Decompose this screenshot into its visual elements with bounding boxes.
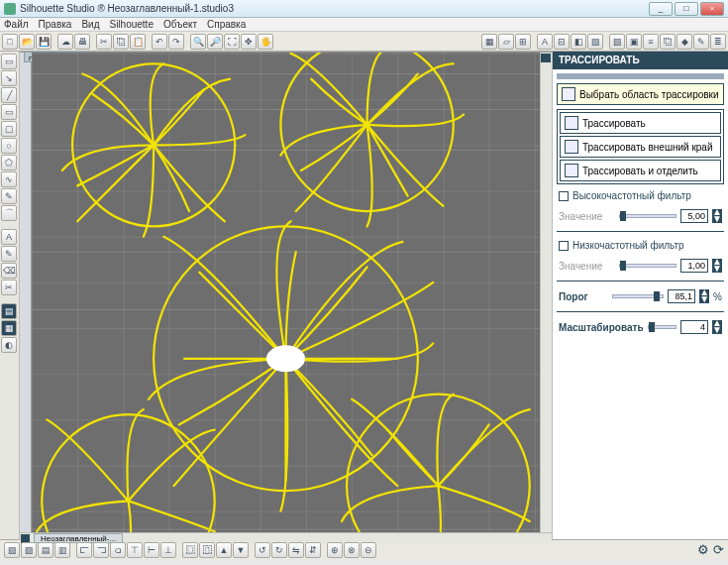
scroll-corner-top[interactable] [542,54,551,62]
send-to-button[interactable]: ✎ [693,34,709,50]
align-middle-button[interactable]: ⊢ [144,542,159,558]
flip-h-button[interactable]: ⇋ [288,542,304,558]
threshold-input[interactable]: 85,1 [668,289,695,303]
fill-color-button[interactable]: ◧ [571,34,586,50]
open-button[interactable]: 📂 [19,34,35,50]
print-button[interactable]: 🖶 [74,34,90,50]
select-tool[interactable]: ▭ [1,54,17,69]
rectangle-tool[interactable]: ▭ [1,104,17,120]
front-button[interactable]: ▲ [216,542,232,558]
ungroup-button[interactable]: ⿵ [199,542,215,558]
menu-silhouette[interactable]: Silhouette [109,19,153,30]
zoom-in-button[interactable]: 🔍 [190,34,206,50]
eraser-tool[interactable]: ⌫ [1,263,17,279]
eyedropper-tool[interactable]: ◐ [1,337,17,353]
ellipse-tool[interactable]: ○ [1,138,17,154]
scale-spinner[interactable]: ▲▼ [712,320,722,334]
arc-tool[interactable]: ⌒ [1,205,17,221]
align-center-button[interactable]: ⫎ [93,542,109,558]
subtract-button[interactable]: ⊖ [361,542,376,558]
zoom-out-button[interactable]: 🔎 [207,34,223,50]
cut-button[interactable]: ✂ [96,34,112,50]
trace-button[interactable]: Трассировать [560,112,721,134]
text-style-button[interactable]: A [537,34,553,50]
reg-marks-button[interactable]: ⊞ [515,34,531,50]
swatch-2-button[interactable]: ▨ [21,542,37,558]
tools-palette: ▭ ↘ ╱ ▭ ▢ ○ ⬠ ∿ ✎ ⌒ A ✎ ⌫ ✂ ▤ ▦ ◐ [0,52,20,539]
design-canvas[interactable] [32,53,540,532]
library-button[interactable]: ≣ [710,34,726,50]
low-pass-spinner[interactable]: ▲▼ [712,259,722,273]
note-tool[interactable]: ✎ [1,246,17,262]
high-pass-spinner[interactable]: ▲▼ [712,209,722,223]
rotate-left-button[interactable]: ↺ [255,542,270,558]
low-pass-input[interactable]: 1,00 [680,259,708,273]
settings-gear-icon[interactable]: ⚙ ⟳ [697,542,724,557]
menu-help[interactable]: Справка [207,19,246,30]
swatch-3-button[interactable]: ▤ [38,542,53,558]
modify-button[interactable]: ◆ [676,34,692,50]
edit-points-tool[interactable]: ↘ [1,70,17,86]
high-pass-checkbox[interactable] [559,191,569,201]
paste-button[interactable]: 📋 [130,34,146,50]
high-pass-slider[interactable] [619,214,677,218]
undo-button[interactable]: ↶ [152,34,167,50]
close-button[interactable]: × [700,2,724,16]
align-right-button[interactable]: ⫏ [110,542,126,558]
align-left-button[interactable]: ⫍ [76,542,92,558]
scrollbar-vertical[interactable] [540,53,552,532]
weld-button[interactable]: ⊕ [327,542,343,558]
menu-view[interactable]: Вид [81,19,99,30]
threshold-slider[interactable] [612,294,664,298]
maximize-button[interactable]: □ [675,2,698,16]
low-pass-checkbox[interactable] [559,241,569,251]
threshold-row: Порог 85,1 ▲▼ % [557,287,724,305]
menu-object[interactable]: Объект [163,19,197,30]
high-pass-input[interactable]: 5,00 [680,209,708,223]
threshold-spinner[interactable]: ▲▼ [699,289,709,303]
menu-edit[interactable]: Правка [39,19,72,30]
trace-outer-edge-button[interactable]: Трассировать внешний край [560,136,721,158]
align-bottom-button[interactable]: ⊥ [160,542,176,558]
flip-v-button[interactable]: ⇵ [305,542,321,558]
zoom-drag-button[interactable]: ✥ [241,34,257,50]
layers-tool[interactable]: ▤ [1,303,17,319]
thumbnails-tool[interactable]: ▦ [1,320,17,336]
save-button[interactable]: 💾 [36,34,52,50]
polygon-tool[interactable]: ⬠ [1,155,17,170]
text-tool[interactable]: A [1,229,17,245]
redo-button[interactable]: ↷ [168,34,184,50]
menu-file[interactable]: Файл [4,19,29,30]
copy-button[interactable]: ⿻ [113,34,129,50]
grid-button[interactable]: ▱ [498,34,514,50]
rounded-rect-tool[interactable]: ▢ [1,121,17,137]
low-pass-slider[interactable] [619,264,677,268]
rotate-right-button[interactable]: ↻ [271,542,287,558]
trace-and-detach-button[interactable]: Трассировать и отделить [560,160,721,181]
back-button[interactable]: ▼ [233,542,249,558]
offset-button[interactable]: ▣ [626,34,642,50]
knife-tool[interactable]: ✂ [1,280,17,295]
crop-button[interactable]: ⊗ [344,542,360,558]
group-button[interactable]: ⿴ [182,542,198,558]
page-setup-button[interactable]: ▦ [481,34,497,50]
cut-style-button[interactable]: ▧ [587,34,603,50]
swatch-1-button[interactable]: ▧ [4,542,20,558]
send-button[interactable]: ☁ [57,34,73,50]
pan-button[interactable]: 🖐 [258,34,273,50]
curve-tool[interactable]: ∿ [1,171,17,187]
new-button[interactable]: □ [2,34,18,50]
minimize-button[interactable]: _ [649,2,673,16]
align-top-button[interactable]: ⊤ [127,542,143,558]
zoom-fit-button[interactable]: ⛶ [224,34,240,50]
scale-slider[interactable] [648,325,676,329]
line-style-button[interactable]: ⊟ [554,34,570,50]
select-trace-area-button[interactable]: Выбрать область трассировки [557,83,724,105]
align-button[interactable]: ≡ [643,34,659,50]
swatch-4-button[interactable]: ▥ [54,542,70,558]
trace-button[interactable]: ▨ [609,34,625,50]
freehand-tool[interactable]: ✎ [1,188,17,204]
replicate-button[interactable]: ⿻ [660,34,676,50]
line-tool[interactable]: ╱ [1,87,17,103]
scale-input[interactable]: 4 [680,320,708,334]
